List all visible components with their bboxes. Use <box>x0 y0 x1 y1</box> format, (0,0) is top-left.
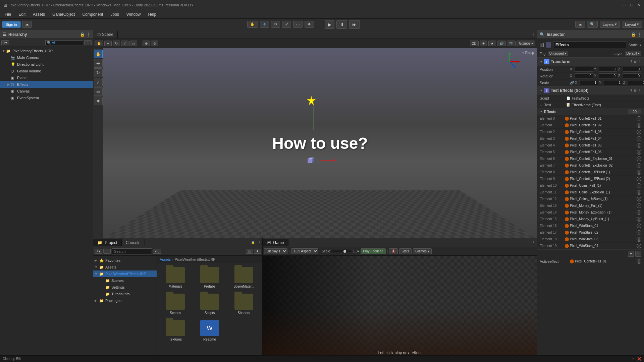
transform-tool-move[interactable]: ✛ <box>260 21 269 28</box>
rot-x-field[interactable] <box>575 73 593 78</box>
effects-add-button[interactable]: + <box>628 251 634 257</box>
project-options-button[interactable]: ⋮ <box>103 249 111 254</box>
effect-target-10[interactable]: ◎ <box>637 183 641 188</box>
effects-arrow[interactable]: ▶ <box>6 83 11 86</box>
effect-target-0[interactable]: ◎ <box>637 116 641 121</box>
effect-target-17[interactable]: ◎ <box>637 230 641 235</box>
effect-target-6[interactable]: ◎ <box>637 157 641 161</box>
scene-scale-tool[interactable]: ⤢ <box>121 41 128 46</box>
hierarchy-item-eventsystem[interactable]: ▣ EventSystem <box>0 95 93 101</box>
menu-assets[interactable]: Assets <box>30 11 48 17</box>
titlebar-controls[interactable]: — □ ✕ <box>622 2 641 7</box>
status-icon-1[interactable]: ⚠ <box>632 357 635 361</box>
effect-target-3[interactable]: ◎ <box>637 136 641 141</box>
crosshair-tool-button[interactable]: ✛ <box>94 59 103 68</box>
rect-tool-button[interactable]: ▭ <box>94 87 103 96</box>
hierarchy-item-effects[interactable]: ▶ ⬡ Effects <box>0 81 93 88</box>
effect-target-5[interactable]: ◎ <box>637 150 641 155</box>
game-stats-button[interactable]: Stats <box>399 248 412 254</box>
transform-tool-rotate[interactable]: ↻ <box>271 21 280 28</box>
proj-tree-packages[interactable]: ▶ 📁 Packages <box>93 297 157 304</box>
tab-scene[interactable]: ⬡ Scene <box>93 31 118 38</box>
hierarchy-more-icon[interactable]: ⋮ <box>86 32 90 37</box>
proj-tree-tutorialinfo[interactable]: 📁 TutorialInfo <box>93 291 157 297</box>
script-more-icon[interactable]: ⋮ <box>638 89 641 93</box>
scene-viewport[interactable]: Y X Z <box>103 48 537 238</box>
game-gizmos-button[interactable]: Gizmos ▾ <box>413 248 432 254</box>
scene-move-tool[interactable]: ✛ <box>104 41 112 46</box>
scene-gizmos-toggle[interactable]: Gizmos ▾ <box>517 41 535 46</box>
rot-z-field[interactable] <box>623 73 641 78</box>
rotate-tool-button[interactable]: ↻ <box>94 68 103 77</box>
hierarchy-search[interactable]: 🔍 All <box>45 40 83 45</box>
game-viewport[interactable]: Left click play next effect <box>263 256 537 362</box>
hand-tool-button[interactable]: ✋ <box>94 50 103 58</box>
menu-window[interactable]: Window <box>123 11 144 17</box>
project-view-toggle[interactable]: ☰ <box>246 249 253 254</box>
proj-tree-settings[interactable]: 📁 Settings <box>93 284 157 291</box>
cloud-button[interactable]: ☁ <box>22 21 32 28</box>
file-item-scenemater[interactable]: SceneMater... <box>228 266 260 290</box>
inspector-obj-name-field[interactable]: Effects <box>553 42 626 48</box>
hierarchy-options-button[interactable]: ⋮ <box>84 40 92 45</box>
layers-button[interactable]: Layers ▾ <box>600 21 620 28</box>
proj-tree-scenes[interactable]: 📁 Scenes <box>93 277 157 284</box>
play-focused-button[interactable]: Play Focused <box>361 248 386 254</box>
menu-file[interactable]: File <box>1 11 14 17</box>
transform-tool-all[interactable]: ❖ <box>305 21 314 28</box>
hierarchy-item-directionallight[interactable]: 💡 Directional Light <box>0 61 93 68</box>
scale-y-field[interactable] <box>604 80 622 85</box>
game-scale-slider[interactable] <box>331 250 352 252</box>
scene-rect-tool[interactable]: ▭ <box>129 41 137 46</box>
scene-hand-tool[interactable]: ✋ <box>95 41 103 46</box>
pos-y-field[interactable] <box>599 67 617 72</box>
game-aspect-select[interactable]: 16:9 Aspect <box>291 248 318 254</box>
scene-global-toggle[interactable]: ⊙ <box>151 41 158 46</box>
status-icon-2[interactable]: ❌ <box>637 357 641 361</box>
game-display-select[interactable]: Display 1 <box>264 248 287 254</box>
hierarchy-lock-icon[interactable]: 🔒 <box>80 32 85 37</box>
maximize-button[interactable]: □ <box>630 2 633 7</box>
hierarchy-add-button[interactable]: +▾ <box>1 40 9 45</box>
script-component-header[interactable]: ▼ S Test Effects (Script) ? ⚙ ⋮ <box>537 86 644 95</box>
effect-target-15[interactable]: ◎ <box>637 217 641 222</box>
file-item-scenes[interactable]: Scenes <box>160 292 191 316</box>
menu-gameobject[interactable]: GameObject <box>49 11 78 17</box>
collab-button[interactable]: ☁ <box>575 21 585 28</box>
effect-target-4[interactable]: ◎ <box>637 143 641 148</box>
effects-expand-icon[interactable]: ▼ <box>540 110 543 113</box>
scene-camera-toggle[interactable]: 📷 <box>507 41 516 46</box>
file-item-prefabs[interactable]: Prefabs <box>194 266 225 290</box>
tag-dropdown[interactable]: Untagged ▾ <box>548 51 568 56</box>
hierarchy-item-plane[interactable]: ▣ Plane <box>0 74 93 81</box>
inspector-static-dropdown[interactable]: ▾ <box>640 43 641 47</box>
menu-edit[interactable]: Edit <box>15 11 29 17</box>
pause-button[interactable]: ⏸ <box>336 20 347 29</box>
custom-tool-button[interactable]: ❖ <box>94 97 103 105</box>
project-more-icon[interactable]: ⋮ <box>256 239 262 246</box>
project-search-input[interactable] <box>112 248 152 254</box>
layout-button[interactable]: Layout ▾ <box>622 21 642 28</box>
hierarchy-item-globalvolume[interactable]: ⬡ Global Volume <box>0 68 93 74</box>
effect-target-12[interactable]: ◎ <box>637 197 641 201</box>
scene-lighting-toggle[interactable]: ☀ <box>480 41 487 46</box>
file-item-scripts[interactable]: Scripts <box>194 292 225 316</box>
pos-z-field[interactable] <box>623 67 641 72</box>
step-button[interactable]: ⏭ <box>349 20 360 29</box>
proj-tree-assets[interactable]: ▼ 📁 Assets <box>93 264 157 270</box>
scale-x-field[interactable] <box>580 80 598 85</box>
inspector-lock-icon[interactable]: 🔒 <box>631 32 636 37</box>
minimize-button[interactable]: — <box>622 2 626 7</box>
hierarchy-item-canvas[interactable]: ▣ Canvas <box>0 88 93 95</box>
effects-remove-button[interactable]: − <box>635 251 641 257</box>
tab-console[interactable]: Console <box>122 239 145 246</box>
transform-tool-scale[interactable]: ⤢ <box>282 21 291 28</box>
tab-game[interactable]: 🎮 Game <box>263 239 288 246</box>
transform-settings-icon[interactable]: ⚙ <box>634 60 637 64</box>
transform-tool-hand[interactable]: ✋ <box>247 21 258 28</box>
transform-tool-rect[interactable]: ▭ <box>293 21 303 28</box>
rot-y-field[interactable] <box>599 73 617 78</box>
game-mute-button[interactable]: 🔇 <box>389 248 398 254</box>
file-item-shaders[interactable]: Shaders <box>228 292 260 316</box>
effect-target-19[interactable]: ◎ <box>637 244 641 248</box>
